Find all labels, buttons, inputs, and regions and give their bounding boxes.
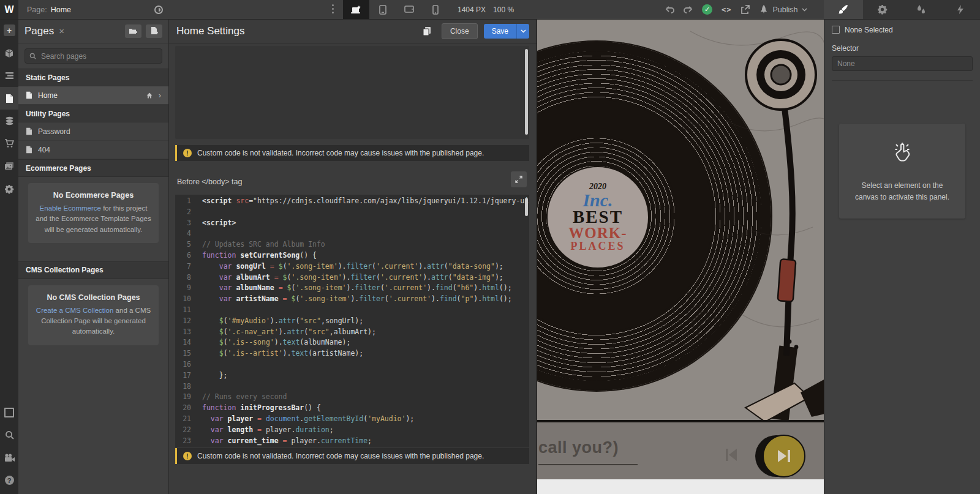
gear-icon xyxy=(877,4,888,15)
page-icon xyxy=(26,91,32,99)
search-pages-input[interactable] xyxy=(40,51,157,61)
webflow-designer: W Page: Home 1404 PX 100 % xyxy=(0,0,980,494)
selector-input[interactable] xyxy=(832,56,973,71)
scrollbar-thumb[interactable] xyxy=(525,49,528,135)
share-icon[interactable] xyxy=(741,5,750,14)
card-title: No Ecommerce Pages xyxy=(35,191,152,200)
components-button[interactable] xyxy=(0,42,18,64)
question-icon: ? xyxy=(5,476,14,485)
style-panel: None Selected Selector Select an element… xyxy=(824,19,980,494)
create-cms-collection-link[interactable]: Create a CMS Collection xyxy=(36,307,114,314)
video-tutorials-button[interactable] xyxy=(0,446,18,469)
pages-panel-header: Pages × xyxy=(18,19,168,43)
warning-text: Custom code is not validated. Incorrect … xyxy=(197,452,484,460)
custom-code-warning: ! Custom code is not validated. Incorrec… xyxy=(175,448,529,464)
page-row-404[interactable]: 404 xyxy=(18,141,168,159)
body-code-editor[interactable]: 1<script src="https://cdnjs.cloudflare.c… xyxy=(175,195,529,447)
page-label: Page: xyxy=(27,6,47,14)
pages-panel: Pages × Static Pages Home › Utility Pag xyxy=(18,19,169,494)
publish-label: Publish xyxy=(772,6,797,14)
pages-panel-actions xyxy=(125,24,162,38)
before-body-label: Before </body> tag xyxy=(177,178,242,186)
breakpoint-desktop[interactable] xyxy=(343,0,369,19)
add-folder-button[interactable] xyxy=(125,24,141,38)
breakpoint-landscape[interactable] xyxy=(396,0,422,19)
editor-scrollbar-thumb[interactable] xyxy=(525,198,528,216)
page-row-home[interactable]: Home › xyxy=(18,86,168,105)
badge-places: PLACES xyxy=(570,241,625,253)
project-settings-button[interactable] xyxy=(0,178,18,200)
breakpoint-mobile[interactable] xyxy=(422,0,448,19)
pages-button[interactable] xyxy=(0,87,18,110)
paintbrush-icon xyxy=(838,4,848,15)
page-plus-icon xyxy=(151,27,158,35)
video-camera-icon xyxy=(4,454,15,462)
divider xyxy=(832,80,973,81)
zoom-level[interactable]: 100 % xyxy=(493,6,514,14)
page-switcher[interactable]: Page: Home xyxy=(27,0,71,19)
more-options-icon[interactable] xyxy=(329,4,336,13)
modal-header: Home Settings Close Save xyxy=(169,19,537,43)
duplicate-button[interactable] xyxy=(422,26,432,36)
preview-eye-icon[interactable] xyxy=(149,2,168,17)
tab-settings[interactable] xyxy=(863,0,902,19)
saved-status-icon[interactable]: ✓ xyxy=(702,4,712,15)
navigator-button[interactable] xyxy=(0,64,18,87)
help-button[interactable]: ? xyxy=(0,469,18,492)
save-options-button[interactable] xyxy=(516,24,529,39)
breakpoint-switcher xyxy=(343,0,448,19)
canvas-width[interactable]: 1404 PX xyxy=(458,6,486,14)
selection-status-row: None Selected xyxy=(824,19,980,40)
breakpoint-tablet[interactable] xyxy=(369,0,396,19)
close-button[interactable]: Close xyxy=(442,23,478,39)
page-icon xyxy=(6,94,13,103)
skip-back-icon xyxy=(722,446,741,464)
top-bar-actions: ✓ <> Publish xyxy=(665,0,807,19)
gear-icon xyxy=(4,184,14,194)
record-label-badge: 2020 Inc. BEST WORK- PLACES xyxy=(546,166,649,269)
tab-style-manager[interactable] xyxy=(902,0,941,19)
database-icon xyxy=(5,116,14,125)
hint-text: Select an element on the canvas to activ… xyxy=(850,180,954,203)
cart-icon xyxy=(4,139,14,148)
square-outline-icon xyxy=(4,408,14,417)
head-code-editor-bottom[interactable] xyxy=(175,46,529,139)
page-settings-modal: Home Settings Close Save ! Custom code i… xyxy=(168,19,537,494)
save-button[interactable]: Save xyxy=(484,24,516,39)
warning-text: Custom code is not validated. Incorrect … xyxy=(197,149,484,157)
add-page-button[interactable] xyxy=(146,24,162,38)
close-panel-icon[interactable]: × xyxy=(59,26,64,36)
webflow-logo[interactable]: W xyxy=(0,0,18,19)
page-name: Home xyxy=(51,6,71,14)
tab-style[interactable] xyxy=(824,0,863,19)
top-bar: W Page: Home 1404 PX 100 % xyxy=(0,0,980,20)
expand-icon xyxy=(515,176,522,183)
undo-icon[interactable] xyxy=(665,6,674,13)
custom-code-icon[interactable]: <> xyxy=(722,6,731,14)
no-ecommerce-card: No Ecommerce Pages Enable Ecommerce for … xyxy=(28,183,159,243)
style-block-button[interactable] xyxy=(0,401,18,424)
badge-best: BEST xyxy=(573,208,623,226)
ecommerce-button[interactable] xyxy=(0,132,18,155)
publish-button[interactable]: Publish xyxy=(760,5,807,14)
page-row-password[interactable]: Password xyxy=(18,122,168,141)
design-canvas[interactable]: 2020 Inc. BEST WORK- PLACES xyxy=(536,19,825,494)
tab-interactions[interactable] xyxy=(941,0,980,19)
checkbox-icon[interactable] xyxy=(832,26,840,34)
redo-icon[interactable] xyxy=(684,6,693,13)
page-section-below xyxy=(537,479,825,494)
chevron-right-icon[interactable]: › xyxy=(159,91,161,100)
player-heading-text: call you?) xyxy=(538,438,619,457)
page-icon xyxy=(26,127,32,135)
expand-editor-button[interactable] xyxy=(511,171,527,187)
enable-ecommerce-link[interactable]: Enable Ecommerce xyxy=(40,204,101,212)
canvas-size-readout: 1404 PX 100 % xyxy=(458,0,514,19)
copy-icon xyxy=(422,26,432,36)
search-icon xyxy=(5,430,14,440)
cms-button[interactable] xyxy=(0,110,18,132)
add-elements-button[interactable]: + xyxy=(0,19,18,42)
search-button[interactable] xyxy=(0,424,18,446)
assets-button[interactable] xyxy=(0,155,18,178)
panel-title: Pages xyxy=(24,25,54,37)
skip-forward-button xyxy=(763,435,805,477)
